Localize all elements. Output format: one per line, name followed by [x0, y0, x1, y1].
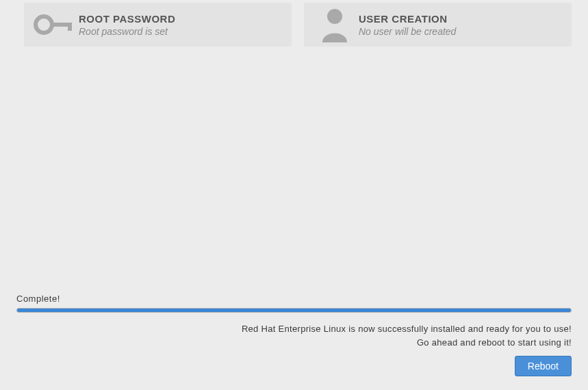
- user-creation-title: USER CREATION: [359, 13, 456, 25]
- reboot-button[interactable]: Reboot: [515, 356, 572, 376]
- root-password-title: ROOT PASSWORD: [79, 13, 175, 25]
- root-password-spoke[interactable]: ROOT PASSWORD Root password is set: [24, 3, 292, 47]
- svg-point-3: [327, 9, 342, 24]
- completion-message-line1: Red Hat Enterprise Linux is now successf…: [16, 322, 572, 336]
- key-icon: [31, 14, 79, 35]
- user-creation-spoke[interactable]: USER CREATION No user will be created: [304, 3, 572, 47]
- action-buttons: Reboot: [16, 356, 572, 376]
- completion-messages: Red Hat Enterprise Linux is now successf…: [16, 322, 572, 349]
- user-icon: [311, 7, 359, 42]
- progress-bar: [16, 308, 572, 313]
- configuration-spokes-row: ROOT PASSWORD Root password is set USER …: [0, 0, 588, 47]
- root-password-status: Root password is set: [79, 26, 175, 37]
- svg-point-0: [36, 16, 52, 33]
- user-creation-text: USER CREATION No user will be created: [359, 13, 456, 37]
- user-creation-status: No user will be created: [359, 26, 456, 37]
- progress-fill: [17, 309, 571, 312]
- install-progress-area: Complete! Red Hat Enterprise Linux is no…: [16, 294, 572, 376]
- completion-message-line2: Go ahead and reboot to start using it!: [16, 336, 572, 350]
- progress-label: Complete!: [16, 294, 572, 304]
- svg-rect-2: [68, 23, 72, 31]
- root-password-text: ROOT PASSWORD Root password is set: [79, 13, 175, 37]
